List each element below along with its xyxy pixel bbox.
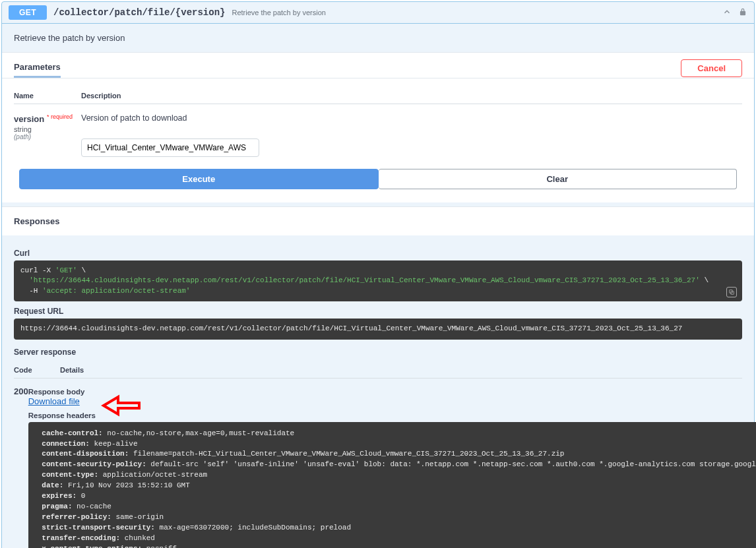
required-indicator: * required bbox=[47, 113, 73, 120]
copy-icon[interactable] bbox=[726, 287, 737, 297]
response-row: 200 Response body Download file Response… bbox=[14, 379, 742, 548]
response-body-label: Response body bbox=[28, 388, 756, 396]
tab-bar: Parameters Cancel bbox=[2, 52, 754, 78]
summary-description: Retrieve the patch by version bbox=[232, 9, 716, 16]
param-name: version bbox=[14, 114, 44, 124]
cancel-button[interactable]: Cancel bbox=[681, 59, 742, 77]
tab-parameters[interactable]: Parameters bbox=[14, 58, 61, 78]
response-headers-label: Response headers bbox=[28, 411, 756, 419]
curl-label: Curl bbox=[14, 249, 742, 258]
opblock-summary[interactable]: GET /collector/patch/file/{version} Retr… bbox=[2, 2, 754, 24]
opblock-description: Retrieve the patch by version bbox=[2, 24, 754, 52]
version-input[interactable] bbox=[81, 138, 259, 157]
method-badge: GET bbox=[9, 5, 47, 20]
param-description: Version of patch to download bbox=[81, 113, 742, 123]
responses-section-label: Responses bbox=[2, 206, 754, 235]
col-header-description: Description bbox=[81, 92, 742, 100]
param-type: string bbox=[14, 125, 81, 133]
col-header-details: Details bbox=[60, 366, 84, 374]
param-row-version: version * required string (path) Version… bbox=[14, 104, 742, 157]
lock-icon[interactable] bbox=[738, 7, 747, 18]
server-response-label: Server response bbox=[14, 348, 742, 357]
param-source: (path) bbox=[14, 133, 81, 140]
download-file-link[interactable]: Download file bbox=[28, 396, 80, 406]
parameters-table: Name Description version * required stri… bbox=[2, 78, 754, 202]
clear-button[interactable]: Clear bbox=[379, 169, 738, 189]
col-header-name: Name bbox=[14, 92, 81, 100]
request-url-value: https://36644.cloudinsights-dev.netapp.c… bbox=[14, 319, 742, 339]
curl-code: curl -X 'GET' \ 'https://36644.cloudinsi… bbox=[14, 260, 742, 301]
summary-path: /collector/patch/file/{version} bbox=[53, 7, 225, 18]
response-headers: cache-control: no-cache,no-store,max-age… bbox=[28, 422, 756, 548]
responses-section: Curl curl -X 'GET' \ 'https://36644.clou… bbox=[2, 235, 754, 548]
opblock-get: GET /collector/patch/file/{version} Retr… bbox=[1, 1, 755, 548]
execute-button[interactable]: Execute bbox=[19, 169, 379, 189]
col-header-code: Code bbox=[14, 366, 60, 374]
chevron-up-icon[interactable] bbox=[722, 7, 732, 18]
request-url-label: Request URL bbox=[14, 307, 742, 316]
response-code: 200 bbox=[14, 386, 28, 548]
